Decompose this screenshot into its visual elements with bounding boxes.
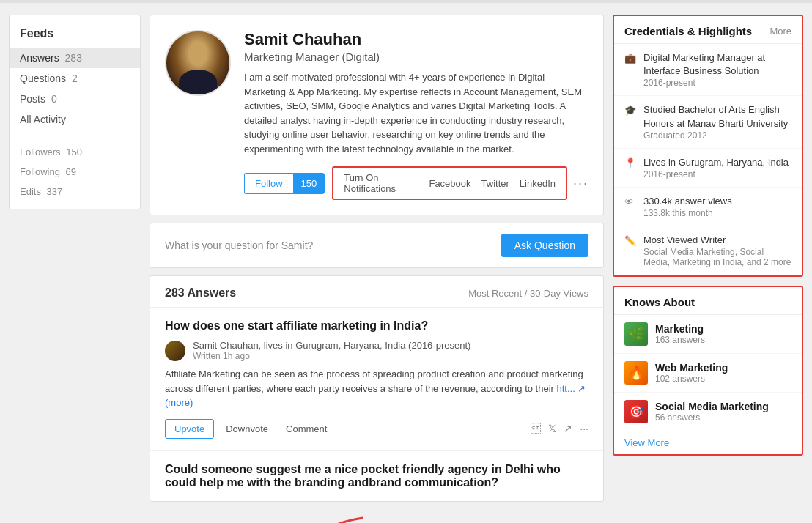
credential-writer-text: Most Viewed Writer (643, 234, 791, 247)
credential-location: 📍 Lives in Gurugram, Haryana, India 2016… (614, 149, 802, 188)
twitter-share-icon[interactable]: 𝕏 (548, 423, 556, 434)
feeds-section: Feeds Answers 283 Questions 2 Posts 0 Al… (9, 15, 141, 209)
annotation-arrow (238, 511, 370, 523)
action-left: Upvote Downvote Comment (165, 419, 333, 439)
feed-item-questions[interactable]: Questions 2 (10, 68, 140, 89)
knows-item-marketing: 🌿 Marketing 163 answers (614, 315, 802, 354)
twitter-link[interactable]: Twitter (481, 178, 509, 189)
credential-writer: ✏️ Most Viewed Writer Social Media Marke… (614, 226, 802, 275)
credentials-title: Credentials & Highlights (624, 25, 752, 37)
knows-answers: 163 answers (655, 335, 705, 345)
credential-edu-text: Studied Bachelor of Arts English Honors … (643, 103, 791, 130)
feed-label: Edits (20, 186, 41, 197)
feed-item-all-activity[interactable]: All Activity (10, 109, 140, 130)
action-right:  𝕏 ↗ ··· (531, 423, 588, 434)
answer-item: How does one start affiliate marketing i… (150, 308, 603, 451)
sort-alt: / 30-Day Views (525, 288, 588, 299)
feed-count: 283 (65, 52, 82, 64)
follow-button[interactable]: Follow (244, 173, 293, 194)
view-more-link[interactable]: View More (614, 431, 802, 454)
sort-label: Most Recent (468, 288, 522, 299)
more-options-button[interactable]: ··· (573, 176, 588, 191)
linkedin-link[interactable]: LinkedIn (520, 178, 556, 189)
feeds-divider (10, 136, 140, 136)
answers-sort: Most Recent / 30-Day Views (468, 288, 588, 299)
feeds-title: Feeds (10, 23, 140, 48)
profile-name: Samit Chauhan (244, 30, 588, 49)
feed-count: 2 (72, 73, 78, 84)
feed-label: Posts (20, 93, 45, 105)
knows-answers: 102 answers (655, 374, 728, 384)
answer-author-name: Samit Chauhan, lives in Gurugram, Haryan… (193, 340, 470, 351)
credential-writer-subtext: Social Media Marketing, Social Media, Ma… (643, 247, 791, 267)
profile-info: Samit Chauhan Marketing Manager (Digital… (244, 30, 588, 200)
credentials-header: Credentials & Highlights More (614, 16, 802, 44)
feed-item-posts[interactable]: Posts 0 (10, 89, 140, 109)
upvote-button[interactable]: Upvote (165, 419, 214, 439)
knows-about-card: Knows About 🌿 Marketing 163 answers 🔥 (613, 286, 803, 456)
follow-count-button[interactable]: 150 (293, 173, 325, 194)
feed-item-edits[interactable]: Edits 337 (10, 182, 140, 201)
notifications-link[interactable]: Turn On Notifications (344, 172, 418, 194)
answers-count: 283 Answers (165, 286, 236, 300)
knows-answers: 56 answers (655, 412, 769, 423)
knows-item-web: 🔥 Web Marketing 102 answers (614, 354, 802, 393)
pencil-icon: ✏️ (624, 235, 636, 247)
feed-label: Answers (20, 52, 59, 64)
comment-button[interactable]: Comment (280, 420, 333, 438)
page-wrapper: Feeds Answers 283 Questions 2 Posts 0 Al… (0, 0, 812, 523)
answer-question-title-2[interactable]: Could someone suggest me a nice pocket f… (165, 463, 588, 489)
credential-views: 👁 330.4k answer views 133.8k this month (614, 188, 802, 226)
credential-views-subtext: 133.8k this month (643, 208, 732, 218)
knows-about-header: Knows About (614, 287, 802, 315)
answer-preview: Affiliate Marketing can be seen as the p… (165, 367, 588, 410)
facebook-link[interactable]: Facebook (429, 178, 470, 189)
eye-icon: 👁 (624, 196, 636, 208)
feed-count: 0 (51, 93, 57, 105)
answer-time: Written 1h ago (193, 351, 470, 361)
feed-count: 337 (47, 186, 63, 197)
feed-label: Questions (20, 73, 66, 84)
left-sidebar: Feeds Answers 283 Questions 2 Posts 0 Al… (9, 15, 141, 502)
credentials-card: Credentials & Highlights More 💼 Digital … (613, 15, 803, 277)
answer-meta: Samit Chauhan, lives in Gurugram, Haryan… (165, 340, 588, 361)
answers-header: 283 Answers Most Recent / 30-Day Views (150, 276, 603, 308)
facebook-share-icon[interactable]:  (531, 423, 541, 434)
feed-label: All Activity (20, 114, 66, 125)
answer-question-title[interactable]: How does one start affiliate marketing i… (165, 319, 588, 333)
profile-title: Marketing Manager (Digital) (244, 51, 588, 63)
more-icon[interactable]: ··· (580, 423, 588, 434)
web-marketing-icon: 🔥 (624, 361, 648, 385)
center-content: Samit Chauhan Marketing Manager (Digital… (150, 15, 604, 502)
profile-top: Samit Chauhan Marketing Manager (Digital… (165, 30, 588, 200)
action-buttons: Follow 150 Turn On Notifications Faceboo… (244, 166, 588, 200)
social-media-icon: 🎯 (624, 400, 648, 423)
credential-views-text: 330.4k answer views (643, 195, 732, 208)
feed-item-followers[interactable]: Followers 150 (10, 142, 140, 162)
avatar (165, 30, 231, 96)
credential-loc-text: Lives in Gurugram, Haryana, India (643, 156, 789, 169)
answer-more-link[interactable]: (more) (165, 397, 193, 408)
right-sidebar: Credentials & Highlights More 💼 Digital … (613, 15, 803, 502)
credentials-more[interactable]: More (769, 26, 791, 37)
downvote-button[interactable]: Downvote (220, 420, 274, 438)
location-icon: 📍 (624, 157, 636, 169)
graduation-icon: 🎓 (624, 105, 636, 116)
answers-section: 283 Answers Most Recent / 30-Day Views H… (150, 275, 604, 502)
feed-item-following[interactable]: Following 69 (10, 162, 140, 182)
feed-label: Following (20, 166, 60, 177)
feed-label: Followers (20, 146, 61, 157)
answer-item-2: Could someone suggest me a nice pocket f… (150, 451, 603, 501)
answer-author-avatar (165, 341, 185, 361)
credential-job-text: Digital Marketing Manager at Interface B… (643, 51, 791, 78)
answer-link[interactable]: htt... ↗ (557, 383, 586, 394)
knows-item-social: 🎯 Social Media Marketing 56 answers (614, 393, 802, 431)
social-links-box: Turn On Notifications Facebook Twitter L… (332, 166, 567, 200)
credential-loc-subtext: 2016-present (643, 169, 789, 179)
feed-count: 69 (66, 166, 76, 177)
question-prompt: What is your question for Samit? (165, 240, 313, 251)
share-icon[interactable]: ↗ (564, 423, 572, 434)
feed-item-answers[interactable]: Answers 283 (10, 48, 140, 68)
ask-question-button[interactable]: Ask Question (501, 234, 588, 257)
credential-job-subtext: 2016-present (643, 78, 791, 88)
